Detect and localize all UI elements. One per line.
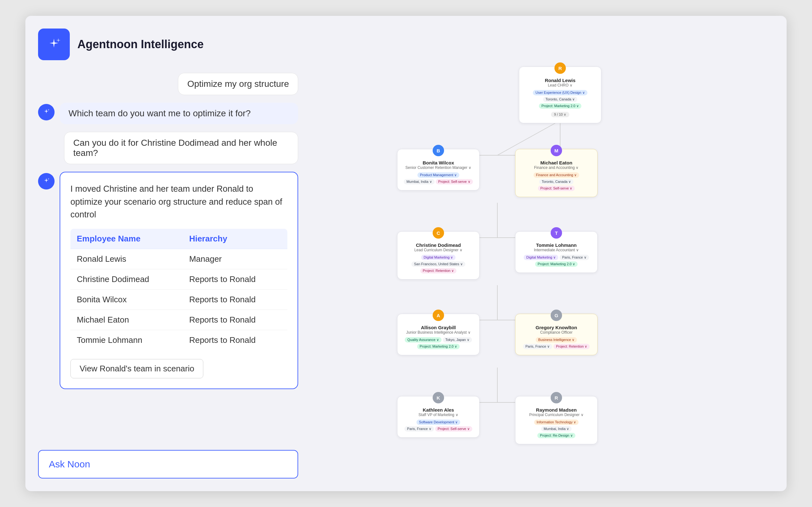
card-name-bonita: Bonita Wilcox xyxy=(404,160,473,165)
table-row: Christine DodimeadReports to Ronald xyxy=(70,269,287,289)
table-row: Bonita WilcoxReports to Ronald xyxy=(70,289,287,309)
app-container: Agentnoon Intelligence Optimize my org s… xyxy=(26,16,786,491)
org-card-gregory[interactable]: GGregory KnowltonCompliance OfficerBusin… xyxy=(515,314,598,355)
card-tags-allison: Quality Assurance ∨Tokyo, Japan ∨Project… xyxy=(404,337,473,349)
table-row: Michael EatonReports to Ronald xyxy=(70,309,287,330)
tag: Software Development ∨ xyxy=(416,419,460,425)
table-cell-hierarchy: Reports to Ronald xyxy=(183,289,287,309)
bot-icon-1 xyxy=(42,108,51,117)
tag: Information Technology ∨ xyxy=(534,419,579,425)
tag: User Experience (UX) Design ∨ xyxy=(533,90,587,95)
table-cell-name: Bonita Wilcox xyxy=(70,289,183,309)
tag: Tokyo, Japan ∨ xyxy=(443,337,472,343)
card-tags-kathleen: Software Development ∨Paris, France ∨Pro… xyxy=(404,419,473,432)
tag: Paris, France ∨ xyxy=(404,426,434,432)
tag: Project: Marketing 2.0 ∨ xyxy=(535,262,577,267)
card-title-michael: Finance and Accounting ∨ xyxy=(522,165,591,170)
card-avatar-christine: C xyxy=(433,227,444,239)
tag: Project: Self-serve ∨ xyxy=(435,426,472,432)
tag: Project: Marketing 2.0 ∨ xyxy=(417,344,460,349)
ask-input[interactable] xyxy=(38,450,298,478)
card-name-raymond: Raymond Madsen xyxy=(522,407,591,412)
card-name-gregory: Gregory Knowlton xyxy=(522,325,591,330)
tag: Paris, France ∨ xyxy=(560,255,589,260)
bot-avatar-1 xyxy=(38,104,55,120)
table-cell-name: Michael Eaton xyxy=(70,309,183,330)
tag: Project: Retention ∨ xyxy=(420,268,457,274)
tag: San Francisco, United States ∨ xyxy=(411,262,465,267)
card-title-kathleen: Staff VP of Marketing ∨ xyxy=(404,412,473,417)
org-card-christine[interactable]: CChristine DodimeadLead Curriculum Desig… xyxy=(397,231,479,279)
card-name-ronald: Ronald Lewis xyxy=(525,78,595,83)
card-tags-christine: Digital Marketing ∨San Francisco, United… xyxy=(404,255,473,274)
card-tags-raymond: Information Technology ∨Mumbai, India ∨P… xyxy=(522,419,591,438)
card-name-allison: Allison Graybill xyxy=(404,325,473,330)
chat-area: Optimize my org structure Which team do … xyxy=(38,73,298,444)
response-card: I moved Christine and her team under Ron… xyxy=(60,172,298,389)
tag: Project: Self-serve ∨ xyxy=(538,186,575,191)
tag: Business Intelligence ∨ xyxy=(536,337,577,343)
card-avatar-gregory: G xyxy=(551,309,562,321)
card-title-tommie: Intermediate Accountant ∨ xyxy=(522,248,591,252)
card-title-allison: Junior Business Intelligence Analyst ∨ xyxy=(404,330,473,335)
card-tags-tommie: Digital Marketing ∨Paris, France ∨Projec… xyxy=(522,255,591,267)
view-scenario-button[interactable]: View Ronald's team in scenario xyxy=(70,359,203,378)
card-tags-michael: Finance and Accounting ∨Toronto, Canada … xyxy=(522,172,591,191)
org-card-bonita[interactable]: BBonita WilcoxSenior Customer Retention … xyxy=(397,149,479,190)
bot-response-row: I moved Christine and her team under Ron… xyxy=(38,172,298,389)
card-tags-bonita: Product Management ∨Mumbai, India ∨Proje… xyxy=(404,172,473,184)
tag: Digital Marketing ∨ xyxy=(421,255,456,260)
org-chart: RRonald LewisLead CHRO ∨User Experience … xyxy=(311,35,774,478)
table-cell-name: Christine Dodimead xyxy=(70,269,183,289)
table-cell-hierarchy: Reports to Ronald xyxy=(183,330,287,350)
card-name-michael: Michael Eaton xyxy=(522,160,591,165)
table-cell-hierarchy: Manager xyxy=(183,249,287,269)
tag: Product Management ∨ xyxy=(417,172,459,178)
card-avatar-tommie: T xyxy=(551,227,562,239)
card-name-christine: Christine Dodimead xyxy=(404,242,473,248)
sparkles-icon xyxy=(46,36,62,53)
card-title-ronald: Lead CHRO ∨ xyxy=(525,83,595,88)
card-avatar-michael: M xyxy=(551,145,562,156)
card-tags-gregory: Business Intelligence ∨Paris, France ∨Pr… xyxy=(522,337,591,349)
card-tags-ronald: User Experience (UX) Design ∨Toronto, Ca… xyxy=(525,90,595,109)
card-name-kathleen: Kathleen Ales xyxy=(404,407,473,412)
app-title: Agentnoon Intelligence xyxy=(78,38,204,51)
bot-message-1: Which team do you want me to optimize it… xyxy=(60,103,298,124)
card-avatar-allison: A xyxy=(433,309,444,321)
table-cell-hierarchy: Reports to Ronald xyxy=(183,269,287,289)
tag: Quality Assurance ∨ xyxy=(405,337,442,343)
org-card-kathleen[interactable]: KKathleen AlesStaff VP of Marketing ∨Sof… xyxy=(397,396,479,438)
table-cell-name: Tommie Lohmann xyxy=(70,330,183,350)
col-header-hierarchy: Hierarchy xyxy=(183,229,287,249)
tag: Project: Re-Design ∨ xyxy=(537,433,575,438)
org-card-tommie[interactable]: TTommie LohmannIntermediate Accountant ∨… xyxy=(515,231,598,273)
bot-icon-2 xyxy=(42,177,51,186)
card-avatar-raymond: R xyxy=(551,392,562,403)
card-avatar-bonita: B xyxy=(433,145,444,156)
tag: Project: Retention ∨ xyxy=(554,344,590,349)
table-cell-hierarchy: Reports to Ronald xyxy=(183,309,287,330)
col-header-name: Employee Name xyxy=(70,229,183,249)
org-card-allison[interactable]: AAllison GraybillJunior Business Intelli… xyxy=(397,314,479,355)
card-count-ronald: 9 / 10 ∨ xyxy=(551,112,570,117)
tag: Digital Marketing ∨ xyxy=(524,255,558,260)
card-title-raymond: Principal Curriculum Designer ∨ xyxy=(522,412,591,417)
card-title-bonita: Senior Customer Retention Manager ∨ xyxy=(404,165,473,170)
left-panel: Agentnoon Intelligence Optimize my org s… xyxy=(38,29,298,478)
tag: Mumbai, India ∨ xyxy=(404,179,434,184)
user-message-2: Can you do it for Christine Dodimead and… xyxy=(64,132,298,164)
org-card-michael[interactable]: MMichael EatonFinance and Accounting ∨Fi… xyxy=(515,149,598,197)
logo-button[interactable] xyxy=(38,29,70,60)
org-card-ronald[interactable]: RRonald LewisLead CHRO ∨User Experience … xyxy=(519,66,601,123)
card-title-gregory: Compliance Officer xyxy=(522,330,591,335)
org-card-raymond[interactable]: RRaymond MadsenPrincipal Curriculum Desi… xyxy=(515,396,598,444)
tag: Toronto, Canada ∨ xyxy=(539,179,573,184)
table-cell-name: Ronald Lewis xyxy=(70,249,183,269)
tag: Toronto, Canada ∨ xyxy=(543,97,577,102)
table-row: Tommie LohmannReports to Ronald xyxy=(70,330,287,350)
card-avatar-kathleen: K xyxy=(433,392,444,403)
right-panel: RRonald LewisLead CHRO ∨User Experience … xyxy=(311,29,774,478)
bot-avatar-2 xyxy=(38,173,55,189)
user-message-1: Optimize my org structure xyxy=(178,73,298,95)
